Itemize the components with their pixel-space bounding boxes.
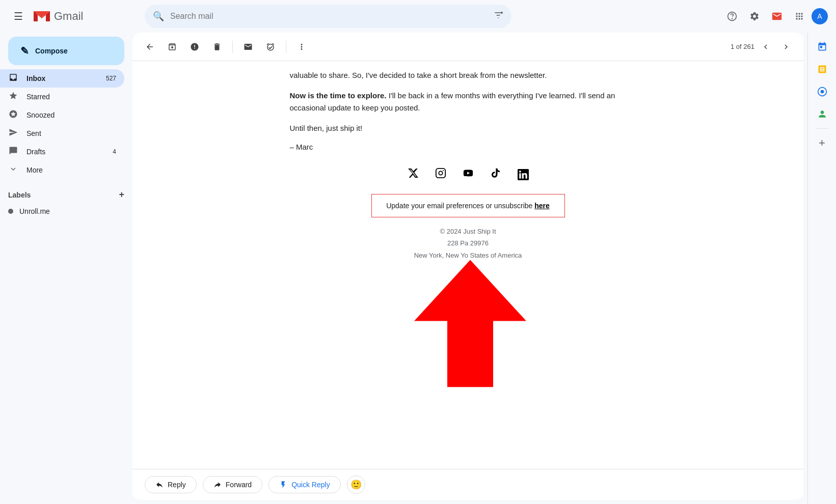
quick-reply-button[interactable]: Quick Reply (268, 476, 340, 493)
settings-button[interactable] (744, 6, 765, 26)
topbar-left: ☰ Gmail (8, 6, 141, 26)
keep-app-button[interactable] (812, 81, 832, 102)
unsubscribe-text: Update your email preferences or unsubsc… (386, 202, 534, 210)
topbar-right: A (722, 6, 828, 26)
email-paragraph-1: valuable to share. So, I've decided to t… (290, 69, 646, 81)
email-body: valuable to share. So, I've decided to t… (132, 61, 803, 469)
contacts-app-button[interactable] (812, 104, 832, 124)
compose-button[interactable]: ✎ Compose (8, 37, 124, 65)
snoozed-label: Snoozed (26, 111, 116, 119)
sidebar-item-more[interactable]: More (0, 161, 124, 179)
quick-reply-label: Quick Reply (291, 481, 330, 489)
sidebar-item-sent[interactable]: Sent (0, 124, 124, 143)
sidebar-item-inbox[interactable]: Inbox 527 (0, 69, 124, 88)
svg-rect-8 (436, 169, 445, 178)
prev-email-button[interactable] (757, 38, 775, 56)
email-toolbar: 1 of 261 (132, 33, 803, 61)
apps-divider (816, 128, 828, 129)
email-content: valuable to share. So, I've decided to t… (290, 69, 646, 320)
toolbar-divider (232, 41, 233, 53)
snooze-button[interactable] (261, 38, 280, 56)
hamburger-icon: ☰ (14, 10, 23, 22)
instagram-icon[interactable] (435, 167, 446, 182)
forward-button[interactable]: Forward (203, 476, 262, 493)
label-item-unroll[interactable]: Unroll.me (8, 202, 124, 220)
tasks-app-button[interactable] (812, 59, 832, 79)
svg-point-10 (443, 170, 444, 171)
gmail-text: Gmail (54, 10, 83, 23)
mail-icon-button[interactable] (767, 6, 787, 26)
emoji-button[interactable]: 🙂 (347, 475, 365, 494)
starred-label: Starred (26, 93, 116, 101)
search-bar: 🔍 (145, 5, 511, 28)
sidebar-item-drafts[interactable]: Drafts 4 (0, 143, 124, 161)
compose-label: Compose (35, 47, 68, 55)
email-footer: © 2024 Just Ship It 228 Pa 29976 New Yor… (290, 226, 646, 261)
label-name: Unroll.me (19, 207, 50, 215)
footer-copyright: © 2024 Just Ship It (290, 226, 646, 237)
linkedin-icon[interactable] (518, 167, 529, 182)
delete-button[interactable] (208, 38, 226, 56)
social-icons (290, 167, 646, 182)
reply-bar: Reply Forward Quick Reply 🙂 (132, 469, 803, 500)
toolbar-divider-2 (286, 41, 286, 53)
sidebar-item-starred[interactable]: Starred (0, 88, 124, 106)
inbox-label: Inbox (26, 74, 98, 82)
forward-label: Forward (226, 481, 252, 489)
inbox-count: 527 (106, 75, 116, 82)
pagination-text: 1 of 261 (731, 43, 754, 50)
compose-pencil-icon: ✎ (20, 45, 29, 57)
svg-point-9 (439, 171, 442, 175)
email-area: 1 of 261 valuable to share. So, I've dec… (132, 33, 803, 500)
reply-button[interactable]: Reply (145, 476, 197, 493)
next-email-button[interactable] (777, 38, 795, 56)
gmail-m-icon (33, 9, 51, 23)
youtube-icon[interactable] (463, 167, 474, 182)
main-layout: ✎ Compose Inbox 527 Starred Snoozed (0, 33, 836, 504)
footer-address2: New York, New Yo States of America (290, 249, 646, 261)
report-button[interactable] (185, 38, 204, 56)
drafts-count: 4 (113, 148, 116, 155)
email-bold: Now is the time to explore. (290, 91, 387, 100)
tiktok-icon[interactable] (490, 167, 501, 182)
mark-unread-button[interactable] (239, 38, 257, 56)
apps-button[interactable] (789, 6, 810, 26)
sidebar-item-snoozed[interactable]: Snoozed (0, 106, 124, 124)
footer-address1: 228 Pa 29976 (290, 237, 646, 249)
twitter-x-icon[interactable] (408, 167, 419, 182)
unsubscribe-link[interactable]: here (534, 202, 550, 210)
svg-point-7 (732, 18, 733, 19)
sidebar: ✎ Compose Inbox 527 Starred Snoozed (0, 33, 132, 504)
drafts-icon (8, 146, 18, 158)
more-options-button[interactable] (292, 38, 311, 56)
sent-label: Sent (26, 129, 116, 137)
gmail-logo: Gmail (33, 9, 83, 23)
email-toolbar-right: 1 of 261 (731, 38, 795, 56)
drafts-label: Drafts (26, 148, 104, 156)
filter-icon[interactable] (493, 10, 503, 23)
help-button[interactable] (722, 6, 742, 26)
search-input[interactable] (170, 12, 487, 21)
email-toolbar-left (141, 38, 311, 56)
emoji-icon: 🙂 (350, 479, 362, 490)
hamburger-menu-button[interactable]: ☰ (8, 6, 29, 26)
email-paragraph-3: Until then, just ship it! (290, 122, 646, 134)
back-button[interactable] (141, 38, 159, 56)
more-icon (8, 164, 18, 176)
email-paragraph-2: Now is the time to explore. I'll be back… (290, 90, 646, 114)
labels-title: Labels (8, 191, 31, 199)
labels-section: Labels + Unroll.me (0, 183, 132, 225)
apps-sidebar: + (807, 33, 836, 504)
archive-button[interactable] (163, 38, 181, 56)
add-label-button[interactable]: + (119, 189, 124, 200)
unsubscribe-box: Update your email preferences or unsubsc… (371, 194, 565, 217)
avatar[interactable]: A (812, 8, 828, 24)
topbar: ☰ Gmail 🔍 (0, 0, 836, 33)
sent-icon (8, 128, 18, 139)
add-app-button[interactable]: + (812, 133, 832, 153)
calendar-app-button[interactable] (812, 37, 832, 57)
svg-point-13 (820, 90, 824, 94)
reply-label: Reply (168, 481, 186, 489)
star-icon (8, 91, 18, 103)
plus-icon: + (819, 136, 825, 150)
